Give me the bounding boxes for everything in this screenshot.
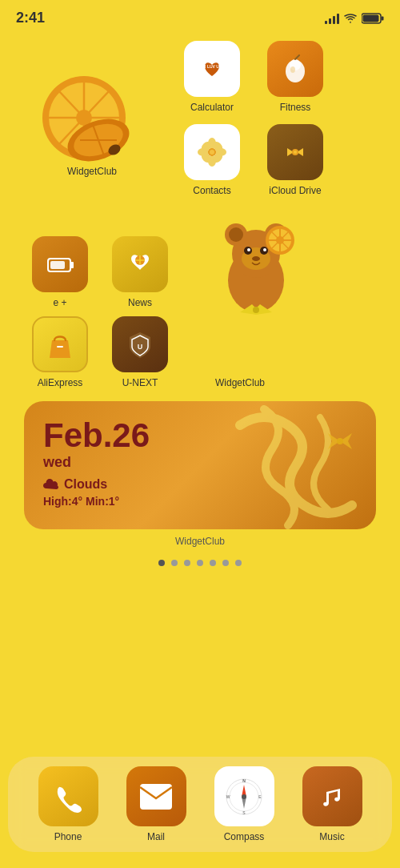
svg-rect-65 xyxy=(57,346,63,348)
calculator-icon: I LUV U xyxy=(184,41,240,97)
top-app-grid: I LUV U Calculator Fitnes xyxy=(176,41,331,196)
citrus-decoration xyxy=(28,46,156,166)
icloud-icon xyxy=(267,124,323,180)
svg-text:U: U xyxy=(138,343,143,351)
svg-point-64 xyxy=(253,307,259,313)
status-icons xyxy=(325,13,384,24)
svg-point-21 xyxy=(290,66,295,73)
wifi-icon xyxy=(344,14,357,23)
svg-rect-69 xyxy=(140,784,172,810)
mail-icon xyxy=(126,766,186,826)
app-contacts[interactable]: Contacts xyxy=(176,124,248,196)
music-label: Music xyxy=(319,831,344,842)
widgetclub-weather-label: WidgetClub xyxy=(16,536,384,547)
news-app-icon xyxy=(112,236,168,292)
svg-rect-39 xyxy=(70,262,74,268)
svg-text:N: N xyxy=(242,778,246,783)
widget-day: wed xyxy=(43,454,357,471)
contacts-label: Contacts xyxy=(193,185,230,196)
compass-label: Compass xyxy=(224,831,265,842)
app-widgetclub-decor: WidgetClub xyxy=(192,321,288,388)
widgetclub-large-widget[interactable]: WidgetClub xyxy=(24,41,160,177)
status-bar: 2:41 xyxy=(0,0,400,33)
svg-point-49 xyxy=(229,227,243,242)
app-aliexpress[interactable]: AliExpress xyxy=(24,316,96,388)
row1: WidgetClub I LUV U Calculator xyxy=(16,41,384,196)
svg-point-36 xyxy=(294,151,297,154)
svg-point-56 xyxy=(252,256,260,261)
widgetclub-row3-label: WidgetClub xyxy=(215,377,265,388)
signal-icon xyxy=(325,13,339,24)
eplus-label: e + xyxy=(53,297,66,308)
svg-point-63 xyxy=(276,236,284,244)
svg-rect-40 xyxy=(50,261,65,269)
widget-date: Feb.26 xyxy=(43,417,357,454)
home-screen: WidgetClub I LUV U Calculator xyxy=(0,41,400,566)
app-icloud[interactable]: iCloud Drive xyxy=(259,124,331,196)
dock-app-mail[interactable]: Mail xyxy=(120,766,192,842)
dock-app-phone[interactable]: Phone xyxy=(32,766,104,842)
dock-app-music[interactable]: Music xyxy=(296,766,368,842)
fitness-label: Fitness xyxy=(280,102,311,113)
page-dots xyxy=(16,560,384,566)
page-dot-1[interactable] xyxy=(158,560,165,566)
icloud-label: iCloud Drive xyxy=(269,185,321,196)
app-eplus[interactable]: e + xyxy=(24,236,96,308)
svg-line-20 xyxy=(295,55,299,59)
condition-text: Clouds xyxy=(64,477,107,492)
cloud-icon xyxy=(43,478,59,491)
mail-label: Mail xyxy=(147,831,165,842)
dock: Phone Mail N S E W xyxy=(8,757,392,852)
app-news[interactable]: News xyxy=(104,236,176,308)
unext-icon: U xyxy=(112,316,168,372)
contacts-icon xyxy=(184,124,240,180)
fitness-icon xyxy=(267,41,323,97)
calculator-label: Calculator xyxy=(190,102,234,113)
weather-widget[interactable]: Feb.26 wed Clouds High:4° Min:1° xyxy=(24,401,376,529)
row3: AliExpress U U-NEXT WidgetClub xyxy=(16,316,384,388)
svg-text:I LUV U: I LUV U xyxy=(205,64,219,69)
app-fitness[interactable]: Fitness xyxy=(259,41,331,113)
compass-icon: N S E W xyxy=(214,766,274,826)
music-icon xyxy=(302,766,362,826)
svg-rect-2 xyxy=(382,16,384,20)
widget-condition: Clouds xyxy=(43,477,357,492)
page-dot-6[interactable] xyxy=(222,560,229,566)
widget-temp: High:4° Min:1° xyxy=(43,495,357,508)
app-unext[interactable]: U U-NEXT xyxy=(104,316,176,388)
bear-decoration xyxy=(192,204,304,308)
status-time: 2:41 xyxy=(16,10,45,26)
news-label: News xyxy=(128,297,152,308)
phone-icon xyxy=(38,766,98,826)
svg-point-54 xyxy=(247,248,250,251)
row2: e + News xyxy=(16,204,384,308)
page-dot-3[interactable] xyxy=(184,560,190,566)
svg-text:W: W xyxy=(226,794,230,799)
svg-point-72 xyxy=(242,794,246,799)
aliexpress-icon xyxy=(32,316,88,372)
page-dot-7[interactable] xyxy=(235,560,242,566)
svg-point-55 xyxy=(263,248,266,251)
svg-point-33 xyxy=(210,150,214,155)
phone-label: Phone xyxy=(54,831,82,842)
page-dot-4[interactable] xyxy=(197,560,203,566)
eplus-app-icon xyxy=(32,236,88,292)
page-dot-2[interactable] xyxy=(171,560,178,566)
widgetclub-large-label: WidgetClub xyxy=(67,166,117,177)
aliexpress-label: AliExpress xyxy=(38,377,83,388)
battery-icon xyxy=(362,13,384,24)
app-calculator[interactable]: I LUV U Calculator xyxy=(176,41,248,113)
page-dot-5[interactable] xyxy=(210,560,216,566)
dock-app-compass[interactable]: N S E W Compass xyxy=(208,766,280,842)
unext-label: U-NEXT xyxy=(122,377,158,388)
svg-rect-1 xyxy=(363,14,379,22)
